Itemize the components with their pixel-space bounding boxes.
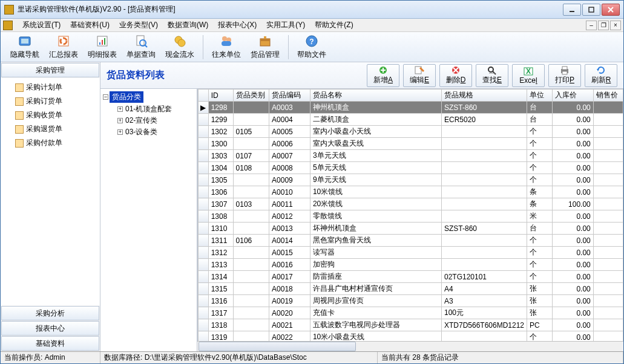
table-row[interactable]: 1308A0012零散馈线米0.00 — [199, 210, 623, 223]
statusbar: 当前操作员: Admin 数据库路径: D:\里诺采购管理软件v2.90(单机版… — [1, 351, 623, 363]
sidebar-list: 采购计划单采购订货单采购收货单采购退货单采购付款单 — [1, 78, 100, 305]
table-row[interactable]: 1299A0004二菱机顶盒ECR5020台0.00 — [199, 114, 623, 126]
table-row[interactable]: 1310A0013坏神州机顶盒SZST-860台0.00 — [199, 223, 623, 235]
delete-button[interactable]: 删除D — [439, 64, 472, 87]
main-window: 里诺采购管理软件(单机版)V2.90 - [货品资料管理] 系统设置(T)基础资… — [0, 0, 624, 364]
table-row[interactable]: 1315A0018许昌县广电村村通宣传页A4张0.00 — [199, 283, 623, 295]
scrollbar-thumb[interactable] — [199, 342, 356, 351]
document-icon — [15, 125, 24, 134]
add-icon — [378, 65, 389, 75]
tree-node-0[interactable]: +01-机顶盒配套 — [103, 104, 194, 114]
menu-1[interactable]: 基础资料(U) — [65, 19, 114, 31]
edit-icon — [414, 65, 425, 75]
sidebar: 采购管理 采购计划单采购订货单采购收货单采购退货单采购付款单 采购分析报表中心基… — [1, 62, 100, 351]
toolbar-cash-flow-button[interactable]: 现金流水 — [160, 33, 199, 61]
menu-0[interactable]: 系统设置(T) — [18, 19, 65, 31]
document-icon — [15, 111, 24, 120]
edit-button[interactable]: 编辑E — [403, 64, 436, 87]
tree-expand-icon[interactable]: + — [117, 106, 123, 112]
maximize-button[interactable] — [582, 4, 600, 16]
table-row[interactable]: 1312A0015读写器个0.00 — [199, 247, 623, 259]
print-button[interactable]: 打印P — [548, 64, 581, 87]
window-title: 里诺采购管理软件(单机版)V2.90 - [货品资料管理] — [18, 4, 563, 15]
toolbar-bill-query-button[interactable]: 单据查询 — [122, 33, 160, 61]
svg-text:X: X — [526, 67, 531, 76]
tree-root[interactable]: 货品分类 — [110, 91, 143, 103]
table-row[interactable]: 1317A0020充值卡100元张0.00 — [199, 307, 623, 319]
table-row[interactable]: ▶1298A0003神州机顶盒SZST-860台0.00 — [199, 102, 623, 114]
table-row[interactable]: 13070103A001120米馈线条100.00 — [199, 198, 623, 210]
delete-icon — [450, 65, 461, 75]
find-button[interactable]: 查找E — [476, 64, 508, 87]
tree-expand-icon[interactable]: + — [117, 118, 123, 123]
table-row[interactable]: 1316A0019周视同步宣传页A3张0.00 — [199, 295, 623, 307]
sidebar-section-1[interactable]: 报表中心 — [1, 321, 99, 336]
toolbar-summary-report-button[interactable]: 汇总报表 — [44, 33, 83, 61]
svg-rect-5 — [21, 39, 28, 44]
menu-4[interactable]: 报表中心(X) — [213, 19, 261, 31]
column-header[interactable]: 单位 — [527, 89, 553, 102]
table-row[interactable]: 13030107A00073单元天线个0.00 — [199, 150, 623, 162]
menu-5[interactable]: 实用工具(Y) — [261, 19, 310, 31]
svg-rect-1 — [589, 7, 594, 12]
tree-collapse-icon[interactable]: − — [103, 94, 108, 100]
toolbar-contact-unit-button[interactable]: 往来单位 — [207, 33, 246, 61]
column-header[interactable]: 货品编码 — [269, 89, 310, 102]
column-header[interactable]: 入库价 — [553, 89, 594, 102]
refresh-button[interactable]: 刷新R — [585, 64, 617, 87]
category-tree: − 货品分类 +01-机顶盒配套+02-宣传类+03-设备类 — [100, 89, 197, 351]
product-manage-icon — [258, 34, 272, 48]
tree-expand-icon[interactable]: + — [117, 129, 123, 135]
table-row[interactable]: 1306A001010米馈线条0.00 — [199, 186, 623, 198]
action-toolbar: 新增A编辑E删除D查找EXExcel打印P刷新R — [367, 64, 617, 87]
horizontal-scrollbar[interactable] — [197, 341, 623, 351]
detail-report-icon — [95, 34, 110, 48]
tree-node-2[interactable]: +03-设备类 — [103, 127, 194, 137]
tree-node-1[interactable]: +02-宣传类 — [103, 115, 194, 126]
column-header[interactable]: 货品类别 — [233, 89, 269, 102]
column-header[interactable]: 销售价 — [593, 89, 623, 102]
column-header[interactable]: 货品名称 — [310, 89, 441, 102]
mdi-restore-button[interactable]: ❐ — [598, 21, 609, 30]
sidebar-item-2[interactable]: 采购收货单 — [1, 108, 100, 122]
add-button[interactable]: 新增A — [367, 64, 399, 87]
table-row[interactable]: 1305A00099单元天线个0.00 — [199, 174, 623, 186]
sidebar-section-2[interactable]: 基础资料 — [1, 336, 99, 351]
menu-6[interactable]: 帮助文件(Z) — [310, 19, 358, 31]
table-row[interactable]: 13020105A0005室内小吸盘小天线个0.00 — [199, 126, 623, 138]
grid-pane: ID货品类别货品编码货品名称货品规格单位入库价销售价▶1298A0003神州机顶… — [197, 89, 623, 351]
column-header[interactable]: ID — [208, 89, 233, 102]
table-row[interactable]: 13040108A00085单元天线个0.00 — [199, 162, 623, 174]
toolbar-detail-report-button[interactable]: 明细报表 — [83, 33, 122, 61]
mdi-minimize-button[interactable]: – — [586, 21, 597, 30]
close-button[interactable] — [602, 4, 620, 16]
toolbar-product-manage-button[interactable]: 货品管理 — [246, 33, 284, 61]
sidebar-section-purchase[interactable]: 采购管理 — [1, 63, 99, 77]
sidebar-item-3[interactable]: 采购退货单 — [1, 122, 100, 136]
table-row[interactable]: 1318A0021五载波数字电视同步处理器XTD7D566T606MD1212P… — [199, 319, 623, 331]
table-row[interactable]: 1314A0017防雷插座02TG120101个0.00 — [199, 271, 623, 283]
table-row[interactable]: 1313A0016加密狗个0.00 — [199, 259, 623, 271]
column-header[interactable]: 货品规格 — [441, 89, 527, 102]
menu-3[interactable]: 数据查询(W) — [163, 19, 213, 31]
table-row[interactable]: 1319A002210米小吸盘天线个0.00 — [199, 331, 623, 342]
sidebar-item-4[interactable]: 采购付款单 — [1, 136, 100, 150]
table-row[interactable]: 13110106A0014黑色室内鱼骨天线个0.00 — [199, 235, 623, 247]
mdi-close-button[interactable]: × — [610, 21, 621, 30]
sidebar-section-0[interactable]: 采购分析 — [1, 306, 99, 320]
table-row[interactable]: 1300A0006室内大吸盘天线个0.00 — [199, 138, 623, 150]
svg-marker-41 — [597, 69, 599, 71]
svg-rect-21 — [260, 39, 270, 41]
svg-rect-40 — [562, 71, 567, 74]
sidebar-item-0[interactable]: 采购计划单 — [1, 80, 100, 94]
sidebar-item-1[interactable]: 采购订货单 — [1, 94, 100, 108]
minimize-button[interactable] — [563, 4, 581, 16]
excel-icon: X — [523, 67, 534, 76]
menu-2[interactable]: 业务类型(V) — [114, 19, 163, 31]
excel-button[interactable]: XExcel — [512, 64, 545, 87]
main-toolbar: 隐藏导航汇总报表明细报表单据查询现金流水往来单位货品管理?帮助文件 — [1, 32, 623, 62]
svg-rect-10 — [102, 40, 103, 45]
toolbar-hide-nav-button[interactable]: 隐藏导航 — [5, 33, 44, 61]
data-grid[interactable]: ID货品类别货品编码货品名称货品规格单位入库价销售价▶1298A0003神州机顶… — [197, 89, 623, 341]
toolbar-help-file-button[interactable]: ?帮助文件 — [292, 33, 331, 61]
